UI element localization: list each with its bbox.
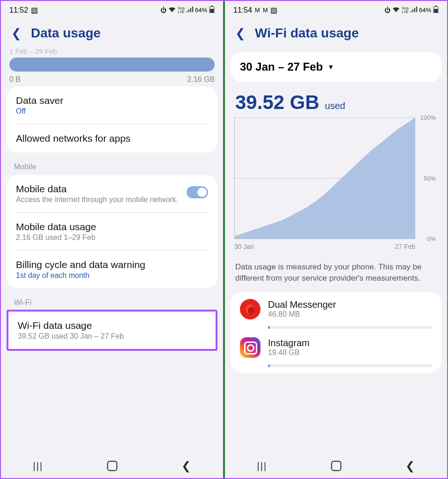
dual-messenger-icon — [240, 299, 260, 319]
navigation-bar: ||| ❮ — [225, 454, 447, 478]
item-title: Mobile data — [16, 183, 178, 195]
app-row-instagram[interactable]: Instagram 19.48 GB — [231, 331, 441, 362]
item-value: Off — [16, 107, 208, 116]
item-subtitle: 39.52 GB used 30 Jan – 27 Feb — [18, 332, 206, 341]
nav-back-icon[interactable]: ❮ — [405, 459, 415, 472]
nav-home-icon[interactable] — [331, 461, 341, 471]
total-usage-value: 39.52 GB — [235, 91, 319, 114]
nav-back-icon[interactable]: ❮ — [181, 459, 191, 472]
item-title: Wi-Fi data usage — [18, 320, 206, 331]
app-usage-list: Dual Messenger 46.80 MB Instagram 19.48 … — [231, 292, 441, 373]
item-subtitle: 1st day of each month — [16, 271, 208, 280]
date-range-label: 30 Jan – 27 Feb — [240, 60, 323, 73]
volte-icon: Vo))LTE — [178, 7, 185, 14]
svg-rect-5 — [435, 6, 437, 7]
wifi-usage-card: Wi-Fi data usage 39.52 GB used 30 Jan – … — [7, 310, 217, 351]
left-screenshot: 11:52 ▧ ⏻ Vo))LTE 64% ❮ Data usage 1 Feb… — [1, 1, 223, 478]
item-title: Allowed networks for apps — [16, 133, 208, 144]
section-wifi: Wi-Fi — [1, 294, 223, 311]
date-range-selector[interactable]: 30 Jan – 27 Feb ▼ — [231, 52, 441, 82]
app-usage-bar — [268, 326, 432, 329]
status-bar: 11:54 M M ▧ ⏻ Vo))LTE 64% — [225, 1, 447, 17]
svg-rect-1 — [210, 9, 214, 13]
screenshot-icon: ▧ — [271, 7, 277, 14]
gmail-icon: M — [255, 7, 260, 14]
chevron-down-icon: ▼ — [327, 63, 334, 71]
instagram-icon — [240, 337, 260, 358]
mobile-data-toggle[interactable] — [187, 186, 208, 198]
svg-rect-2 — [211, 6, 213, 7]
app-name: Dual Messenger — [268, 299, 432, 310]
disclaimer-text: Data usage is measured by your phone. Th… — [225, 248, 447, 292]
volte-icon: Vo))LTE — [402, 7, 409, 14]
wifi-icon — [168, 7, 176, 14]
allowed-networks-item[interactable]: Allowed networks for apps — [7, 124, 217, 152]
app-name: Instagram — [268, 338, 432, 348]
back-icon[interactable]: ❮ — [235, 27, 246, 39]
total-usage-label: used — [325, 101, 345, 111]
signal-icon — [187, 7, 193, 14]
battery-saver-icon: ⏻ — [160, 7, 166, 14]
progress-max: 2.16 GB — [187, 75, 215, 84]
signal-icon — [411, 7, 417, 14]
usage-chart: 100% 50% 0% 30 Jan 27 Feb — [234, 117, 438, 248]
data-saver-card: Data saver Off Allowed networks for apps — [7, 87, 217, 152]
battery-percent: 64% — [195, 7, 207, 14]
data-saver-item[interactable]: Data saver Off — [7, 87, 217, 124]
nav-recents-icon[interactable]: ||| — [33, 461, 43, 472]
gmail-icon: M — [263, 7, 268, 14]
battery-icon — [209, 6, 215, 15]
chart-y-0: 0% — [427, 235, 436, 242]
item-subtitle: Access the internet through your mobile … — [16, 196, 178, 204]
page-title: Data usage — [31, 26, 101, 41]
page-title: Wi-Fi data usage — [255, 26, 359, 41]
billing-cycle-item[interactable]: Billing cycle and data warning 1st day o… — [7, 251, 217, 288]
progress-min: 0 B — [9, 75, 21, 84]
back-icon[interactable]: ❮ — [11, 27, 22, 39]
battery-saver-icon: ⏻ — [384, 7, 390, 14]
mobile-data-item[interactable]: Mobile data Access the internet through … — [7, 175, 217, 212]
page-header: ❮ Data usage — [1, 17, 223, 52]
right-screenshot: 11:54 M M ▧ ⏻ Vo))LTE 64% ❮ Wi-Fi data u… — [223, 1, 447, 478]
total-usage: 39.52 GB used — [225, 87, 447, 114]
mobile-data-usage-item[interactable]: Mobile data usage 2.16 GB used 1–29 Feb — [7, 213, 217, 250]
item-title: Billing cycle and data warning — [16, 259, 208, 270]
chart-y-100: 100% — [420, 114, 436, 121]
nav-recents-icon[interactable]: ||| — [257, 461, 267, 472]
battery-percent: 64% — [419, 7, 431, 14]
wifi-data-usage-item[interactable]: Wi-Fi data usage 39.52 GB used 30 Jan – … — [8, 312, 216, 349]
screenshot-icon: ▧ — [31, 7, 37, 14]
item-title: Data saver — [16, 95, 208, 106]
app-usage-bar — [268, 364, 432, 367]
item-subtitle: 2.16 GB used 1–29 Feb — [16, 233, 208, 242]
chart-x-start: 30 Jan — [234, 243, 254, 250]
chart-x-end: 27 Feb — [395, 243, 415, 250]
usage-progress-bar — [9, 58, 215, 72]
app-usage: 19.48 GB — [268, 348, 432, 357]
wifi-icon — [392, 7, 400, 14]
section-mobile: Mobile — [1, 158, 223, 175]
page-header: ❮ Wi-Fi data usage — [225, 17, 447, 52]
item-title: Mobile data usage — [16, 221, 208, 232]
app-row-dual-messenger[interactable]: Dual Messenger 46.80 MB — [231, 292, 441, 323]
mobile-card: Mobile data Access the internet through … — [7, 175, 217, 288]
status-time: 11:54 — [233, 6, 252, 15]
chart-y-50: 50% — [424, 174, 436, 181]
status-bar: 11:52 ▧ ⏻ Vo))LTE 64% — [1, 1, 223, 17]
app-usage: 46.80 MB — [268, 310, 432, 319]
battery-icon — [433, 6, 439, 15]
progress-date-range: 1 Feb – 29 Feb — [9, 47, 215, 56]
chart-area-fill — [235, 117, 415, 239]
nav-home-icon[interactable] — [107, 461, 117, 471]
svg-rect-4 — [434, 9, 438, 13]
usage-progress-section: 1 Feb – 29 Feb 0 B 2.16 GB — [1, 47, 223, 87]
navigation-bar: ||| ❮ — [1, 454, 223, 478]
status-time: 11:52 — [9, 6, 28, 15]
